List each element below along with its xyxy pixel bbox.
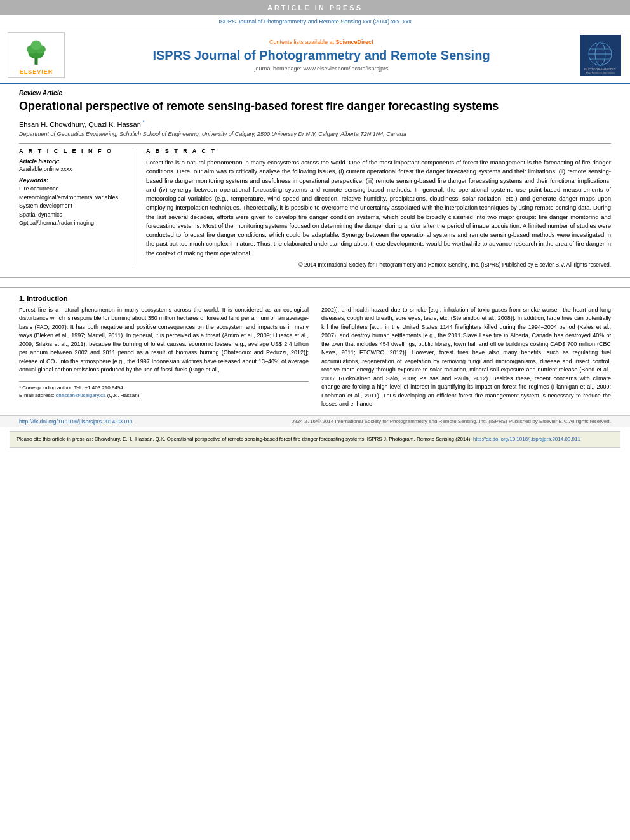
sciencedirect-link: Contents lists available at ScienceDirec… <box>269 39 373 45</box>
svg-text:AND REMOTE SENSING: AND REMOTE SENSING <box>586 71 615 74</box>
elsevier-text: ELSEVIER <box>20 69 53 75</box>
footnote-email: E-mail address: qhassan@ucalgary.ca (Q.K… <box>19 392 309 399</box>
page: ARTICLE IN PRESS ISPRS Journal of Photog… <box>0 0 630 840</box>
article-info-col: A R T I C L E I N F O Article history: A… <box>19 148 133 268</box>
keyword-1: Fire occurrence <box>19 185 125 194</box>
authors: Ehsan H. Chowdhury, Quazi K. Hassan * <box>19 119 611 128</box>
elsevier-tree-icon <box>20 36 52 67</box>
copyright-text: © 2014 International Society for Photogr… <box>146 262 611 268</box>
intro-text-right: 2002)]; and health hazard due to smoke [… <box>321 306 611 409</box>
section1-title: 1. Introduction <box>19 295 611 302</box>
elsevier-logo-box: ELSEVIER <box>8 32 65 78</box>
divider2 <box>0 277 630 278</box>
divider1 <box>19 143 611 144</box>
keywords-list: Fire occurrence Meteorological/environme… <box>19 185 125 228</box>
journal-link-bar: ISPRS Journal of Photogrammetry and Remo… <box>0 15 630 27</box>
cite-link[interactable]: http://dx.doi.org/10.1016/j.isprsjprs.20… <box>473 436 580 442</box>
journal-homepage: journal homepage: www.elsevier.com/locat… <box>254 65 388 72</box>
history-label: Article history: <box>19 158 125 164</box>
history-value: Available online xxxx <box>19 166 125 172</box>
keywords-label: Keywords: <box>19 177 125 183</box>
review-article-label: Review Article <box>19 90 611 97</box>
journal-title: ISPRS Journal of Photogrammetry and Remo… <box>152 48 490 63</box>
intro-two-col: Forest fire is a natural phenomenon in m… <box>19 306 611 409</box>
issn-text: 0924-2716/© 2014 International Society f… <box>292 418 611 424</box>
cite-bar: Please cite this article in press as: Ch… <box>10 431 620 448</box>
abstract-col: A B S T R A C T Forest fire is a natural… <box>146 148 611 268</box>
keyword-5: Optical/thermal/radar imaging <box>19 219 125 228</box>
doi-bar: http://dx.doi.org/10.1016/j.isprsjprs.20… <box>0 415 630 427</box>
intro-text-left: Forest fire is a natural phenomenon in m… <box>19 306 309 375</box>
main-content: 1. Introduction Forest fire is a natural… <box>0 287 630 415</box>
affiliation: Department of Geomatics Engineering, Sch… <box>19 131 611 137</box>
svg-point-4 <box>31 41 42 50</box>
article-info-header: A R T I C L E I N F O <box>19 148 125 154</box>
intro-col-left: Forest fire is a natural phenomenon in m… <box>19 306 309 409</box>
cite-prefix: Please cite this article in press as: Ch… <box>17 436 472 442</box>
journal-header: ELSEVIER Contents lists available at Sci… <box>0 27 630 84</box>
abstract-text: Forest fire is a natural phenomenon in m… <box>146 158 611 258</box>
footnote-star: * Corresponding author. Tel.: +1 403 210… <box>19 384 309 392</box>
journal-header-center: Contents lists available at ScienceDirec… <box>71 32 572 78</box>
intro-col-right: 2002)]; and health hazard due to smoke [… <box>321 306 611 409</box>
abstract-header: A B S T R A C T <box>146 148 611 154</box>
journal-logo-box: PHOTOGRAMMETRY AND REMOTE SENSING <box>578 32 622 78</box>
keyword-3: System development <box>19 202 125 211</box>
article-body: Review Article Operational perspective o… <box>0 84 630 273</box>
globe-icon: PHOTOGRAMMETRY AND REMOTE SENSING <box>581 36 619 74</box>
keyword-2: Meteorological/environmental variables <box>19 194 125 203</box>
doi-link[interactable]: http://dx.doi.org/10.1016/j.isprsjprs.20… <box>19 418 133 425</box>
footnote: * Corresponding author. Tel.: +1 403 210… <box>19 381 309 399</box>
article-title: Operational perspective of remote sensin… <box>19 99 611 114</box>
journal-logo: PHOTOGRAMMETRY AND REMOTE SENSING <box>580 35 621 76</box>
article-info-abstract: A R T I C L E I N F O Article history: A… <box>19 148 611 268</box>
aip-banner: ARTICLE IN PRESS <box>0 0 630 15</box>
keyword-4: Spatial dynamics <box>19 211 125 220</box>
elsevier-logo: ELSEVIER <box>20 36 53 75</box>
